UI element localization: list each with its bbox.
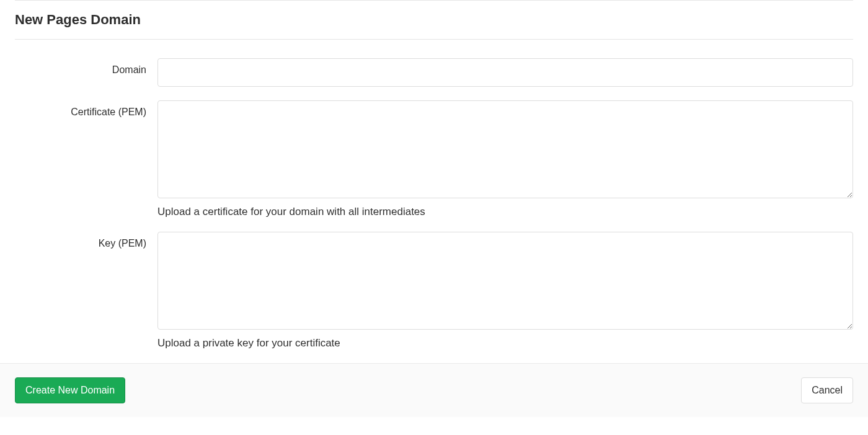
form-footer: Create New Domain Cancel — [0, 363, 868, 417]
certificate-form-group: Certificate (PEM) Upload a certificate f… — [15, 100, 853, 218]
domain-form-group: Domain — [15, 58, 853, 87]
key-label: Key (PEM) — [15, 232, 157, 249]
cancel-button[interactable]: Cancel — [801, 377, 853, 403]
key-textarea[interactable] — [157, 232, 853, 330]
page-title: New Pages Domain — [15, 12, 853, 39]
certificate-help-text: Upload a certificate for your domain wit… — [157, 206, 853, 218]
create-new-domain-button[interactable]: Create New Domain — [15, 377, 125, 403]
key-help-text: Upload a private key for your certificat… — [157, 337, 853, 349]
key-form-group: Key (PEM) Upload a private key for your … — [15, 232, 853, 349]
certificate-textarea[interactable] — [157, 100, 853, 198]
certificate-label: Certificate (PEM) — [15, 100, 157, 118]
domain-label: Domain — [15, 58, 157, 76]
domain-input[interactable] — [157, 58, 853, 87]
